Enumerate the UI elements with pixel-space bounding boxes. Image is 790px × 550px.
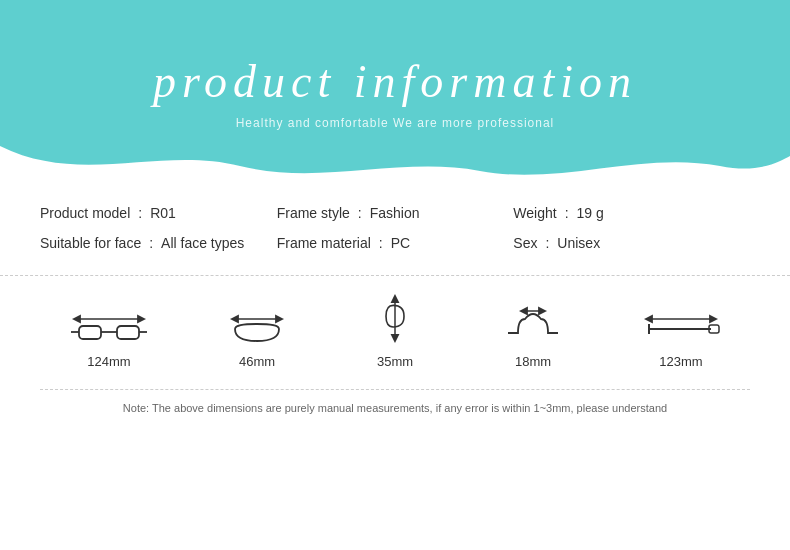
svg-marker-15 [521, 308, 527, 314]
svg-rect-4 [117, 326, 139, 339]
frame-style-value: Fashion [370, 205, 420, 221]
dim-lens-height-value: 35mm [377, 354, 413, 369]
weight-label: Weight [513, 205, 556, 221]
product-model-value: R01 [150, 205, 176, 221]
lens-width-icon [69, 291, 149, 346]
colon-2: : [358, 205, 362, 221]
colon-1: : [138, 205, 142, 221]
dimensions-section: 124mm 46mm 35mm [0, 276, 790, 379]
note-text: Note: The above dimensions are purely ma… [40, 402, 750, 414]
face-type-label: Suitable for face [40, 235, 141, 251]
weight-value: 19 g [577, 205, 604, 221]
dim-bridge-width-value: 18mm [515, 354, 551, 369]
specs-row-1: Product model : R01 Frame style : Fashio… [40, 205, 750, 221]
product-model-label: Product model [40, 205, 130, 221]
svg-marker-1 [74, 316, 80, 322]
svg-rect-3 [79, 326, 101, 339]
dim-lens-width: 46mm [227, 291, 287, 369]
svg-marker-10 [276, 316, 282, 322]
frame-style-label: Frame style [277, 205, 350, 221]
frame-material-value: PC [391, 235, 410, 251]
dim-bridge-width: 18mm [503, 291, 563, 369]
svg-marker-19 [710, 316, 716, 322]
spec-weight: Weight : 19 g [513, 205, 750, 221]
lens-height-icon [365, 291, 425, 346]
svg-marker-18 [646, 316, 652, 322]
svg-marker-16 [539, 308, 545, 314]
header-banner: product information Healthy and comforta… [0, 0, 790, 185]
dim-temple-length-value: 123mm [659, 354, 702, 369]
spec-frame-material: Frame material : PC [277, 235, 514, 251]
bridge-width-icon [503, 291, 563, 346]
temple-length-icon [641, 291, 721, 346]
colon-4: : [149, 235, 153, 251]
svg-marker-2 [138, 316, 144, 322]
spec-sex: Sex : Unisex [513, 235, 750, 251]
dim-total-width: 124mm [69, 291, 149, 369]
dim-total-width-value: 124mm [87, 354, 130, 369]
dim-lens-height: 35mm [365, 291, 425, 369]
header-subtitle: Healthy and comfortable We are more prof… [236, 116, 555, 130]
dim-lens-width-value: 46mm [239, 354, 275, 369]
spec-product-model: Product model : R01 [40, 205, 277, 221]
sex-value: Unisex [557, 235, 600, 251]
spec-frame-style: Frame style : Fashion [277, 205, 514, 221]
header-title: product information [153, 55, 637, 108]
spec-face-type: Suitable for face : All face types [40, 235, 277, 251]
dim-temple-length: 123mm [641, 291, 721, 369]
sex-label: Sex [513, 235, 537, 251]
note-section: Note: The above dimensions are purely ma… [0, 379, 790, 424]
face-type-value: All face types [161, 235, 244, 251]
colon-5: : [379, 235, 383, 251]
svg-marker-9 [232, 316, 238, 322]
svg-marker-12 [392, 296, 398, 302]
wave-decoration [0, 146, 790, 185]
colon-6: : [545, 235, 549, 251]
colon-3: : [565, 205, 569, 221]
svg-marker-13 [392, 335, 398, 341]
frame-material-label: Frame material [277, 235, 371, 251]
single-lens-width-icon [227, 291, 287, 346]
specs-section: Product model : R01 Frame style : Fashio… [0, 185, 790, 276]
specs-row-2: Suitable for face : All face types Frame… [40, 235, 750, 251]
